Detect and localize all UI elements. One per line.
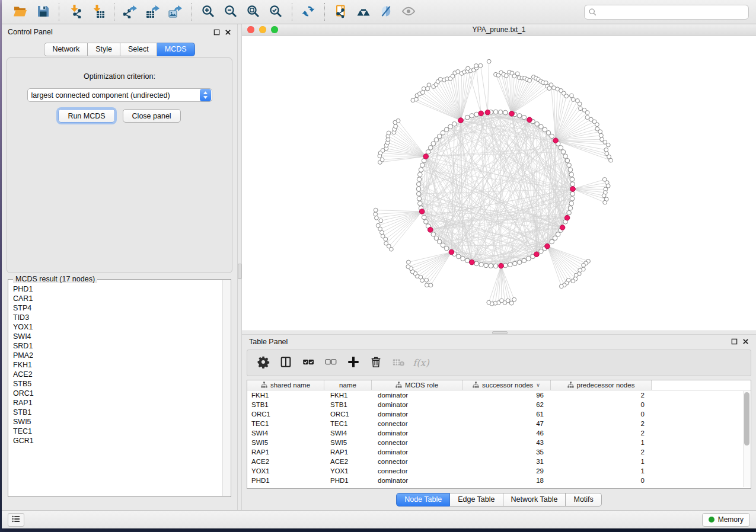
table-cell[interactable]: 2 (551, 419, 652, 428)
mcds-result-item[interactable]: RAP1 (13, 398, 218, 408)
table-row[interactable]: STB1STB1dominator620 (247, 400, 751, 409)
graph-node[interactable] (503, 110, 508, 115)
graph-node[interactable] (556, 232, 560, 237)
graph-node[interactable] (563, 154, 568, 159)
close-panel-button[interactable]: Close panel (123, 109, 181, 123)
table-cell[interactable]: SWI4 (247, 428, 324, 438)
apply-preferred-layout-button[interactable] (299, 3, 317, 21)
graph-leaf-node[interactable] (406, 265, 410, 269)
table-cell[interactable]: 0 (551, 476, 652, 485)
table-cell[interactable]: connector (372, 466, 462, 476)
window-zoom-button[interactable] (271, 26, 278, 33)
graph-node[interactable] (419, 168, 423, 172)
graph-leaf-node[interactable] (578, 102, 582, 106)
graph-node[interactable] (517, 114, 522, 118)
graph-leaf-node[interactable] (604, 148, 608, 152)
graph-hub-node[interactable] (428, 227, 433, 233)
graph-node[interactable] (559, 146, 563, 150)
graph-hub-node[interactable] (564, 215, 570, 220)
table-cell[interactable]: RAP1 (247, 447, 324, 457)
graph-node[interactable] (426, 150, 430, 155)
column-header-name[interactable]: name (324, 380, 372, 390)
graph-leaf-node[interactable] (512, 297, 516, 302)
hide-graphics-details-button[interactable] (377, 3, 395, 21)
table-cell[interactable]: STB1 (247, 400, 324, 409)
graph-node[interactable] (522, 258, 527, 263)
graph-node[interactable] (489, 264, 493, 268)
function-builder-button[interactable]: f(x) (412, 354, 430, 372)
table-row[interactable]: SWI4SWI4dominator462 (247, 428, 751, 438)
export-table-button[interactable] (144, 3, 162, 21)
graph-leaf-node[interactable] (574, 273, 578, 277)
save-session-button[interactable] (34, 3, 52, 21)
graph-leaf-node[interactable] (381, 234, 385, 238)
mcds-result-item[interactable]: SWI5 (13, 417, 218, 427)
column-header-MCDS-role[interactable]: MCDS role (372, 380, 462, 390)
table-cell[interactable]: RAP1 (324, 447, 372, 457)
table-cell[interactable]: 2 (551, 390, 652, 400)
table-cell[interactable]: 61 (462, 409, 551, 419)
graph-hub-node[interactable] (499, 263, 504, 268)
show-hide-panel-button[interactable] (400, 3, 417, 21)
graph-node[interactable] (441, 243, 445, 248)
graph-node[interactable] (553, 236, 557, 241)
graph-node[interactable] (539, 249, 544, 254)
new-column-button[interactable] (344, 354, 362, 372)
graph-leaf-node[interactable] (603, 140, 607, 144)
table-cell[interactable]: 46 (462, 428, 551, 438)
graph-leaf-node[interactable] (564, 94, 569, 98)
graph-node[interactable] (546, 130, 551, 135)
table-cell[interactable]: 29 (462, 466, 551, 476)
graph-node[interactable] (417, 177, 422, 182)
table-scrollbar[interactable] (743, 391, 750, 487)
search-network-button[interactable] (355, 3, 372, 21)
tab-node-table[interactable]: Node Table (396, 493, 450, 507)
mcds-result-item[interactable]: GCR1 (13, 436, 218, 446)
zoom-selected-region-button[interactable] (267, 3, 285, 21)
table-row[interactable]: RAP1RAP1dominator352 (247, 447, 751, 457)
graph-node[interactable] (550, 239, 554, 244)
graph-node[interactable] (418, 201, 423, 206)
graph-hub-node[interactable] (458, 118, 464, 123)
graph-leaf-node[interactable] (414, 97, 419, 101)
mcds-result-item[interactable]: SWI4 (13, 332, 218, 341)
graph-node[interactable] (457, 254, 461, 259)
show-hide-columns-button[interactable] (277, 354, 295, 372)
zoom-in-button[interactable] (199, 3, 217, 21)
table-cell[interactable]: ACE2 (324, 457, 372, 466)
vertical-splitter[interactable] (237, 24, 242, 510)
table-cell[interactable]: dominator (372, 400, 462, 409)
graph-node[interactable] (461, 257, 465, 261)
graph-node[interactable] (444, 246, 449, 251)
graph-leaf-node[interactable] (374, 216, 378, 220)
graph-leaf-node[interactable] (394, 124, 398, 129)
graph-leaf-node[interactable] (571, 98, 575, 102)
zoom-fit-content-button[interactable] (244, 3, 262, 21)
table-cell[interactable]: 62 (462, 400, 551, 409)
open-file-button[interactable] (11, 3, 29, 21)
graph-hub-node[interactable] (479, 111, 484, 116)
table-settings-button[interactable] (254, 354, 272, 372)
graph-leaf-node[interactable] (380, 158, 384, 162)
graph-hub-node[interactable] (527, 117, 532, 123)
graph-hub-node[interactable] (560, 225, 565, 230)
optimization-criterion-select[interactable]: largest connected component (undirected) (27, 88, 212, 102)
table-cell[interactable]: STB1 (324, 400, 372, 409)
graph-node[interactable] (465, 258, 470, 263)
table-cell[interactable]: connector (372, 419, 462, 428)
graph-node[interactable] (508, 262, 513, 267)
graph-node[interactable] (567, 210, 572, 215)
graph-leaf-node[interactable] (609, 158, 613, 162)
graph-node[interactable] (539, 124, 544, 129)
mcds-list-scrollbar[interactable] (222, 280, 230, 496)
close-panel-icon[interactable] (225, 29, 231, 36)
graph-hub-node[interactable] (423, 154, 429, 159)
mcds-result-item[interactable]: PMA2 (13, 351, 218, 360)
tab-style[interactable]: Style (88, 43, 120, 56)
graph-leaf-node[interactable] (420, 91, 425, 95)
table-row[interactable]: SWI5SWI5connector431 (247, 438, 751, 447)
tab-network[interactable]: Network (44, 43, 88, 56)
close-table-panel-icon[interactable] (742, 338, 749, 345)
export-image-button[interactable] (167, 3, 184, 21)
graph-leaf-node[interactable] (422, 86, 426, 91)
